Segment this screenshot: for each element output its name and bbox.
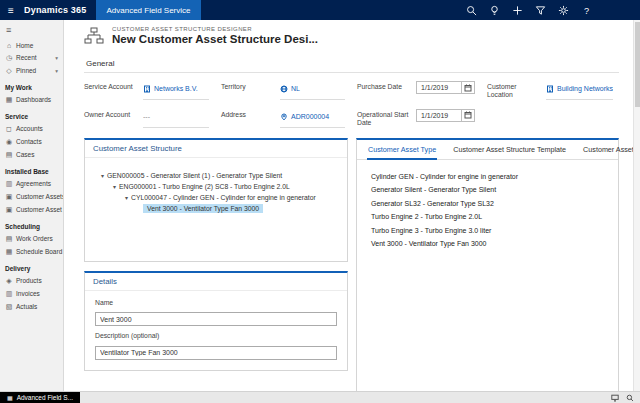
customer-asset-structures-icon: ▣ bbox=[5, 206, 13, 214]
grid-icon: ▦ bbox=[7, 394, 13, 401]
list-item[interactable]: Turbo Engine 2 - Turbo Engine 2.0L bbox=[371, 210, 604, 224]
sidebar-item-work-orders[interactable]: ▤ Work Orders bbox=[0, 232, 63, 245]
field-territory: Territory NL bbox=[221, 81, 357, 100]
monitor-icon[interactable] bbox=[611, 394, 619, 402]
sidebar-item-invoices[interactable]: ▥ Invoices bbox=[0, 287, 63, 300]
account-icon bbox=[143, 85, 151, 93]
sidebar-item-schedule-board[interactable]: ▦ Schedule Board bbox=[0, 245, 63, 258]
operational-start-date-input[interactable]: 1/1/2019 bbox=[416, 109, 475, 122]
application-window: ≡ Dynamics 365 Advanced Field Service ? bbox=[0, 0, 640, 403]
tree-node[interactable]: GEN000005 - Generator Silent (1) - Gener… bbox=[99, 170, 343, 181]
list-item[interactable]: Cylinder GEN - Cylinder for engine in ge… bbox=[371, 170, 604, 184]
svg-text:?: ? bbox=[584, 5, 589, 15]
field-owner-account: Owner Account --- bbox=[84, 109, 221, 128]
left-column: Customer Asset Structure GEN000005 - Gen… bbox=[84, 138, 348, 371]
scrollbar-thumb[interactable] bbox=[635, 22, 640, 107]
work-orders-icon: ▤ bbox=[5, 235, 13, 243]
topbar-icon-group: ? bbox=[466, 5, 640, 16]
sidebar-item-products[interactable]: ◈ Products bbox=[0, 274, 63, 287]
tab-general[interactable]: General bbox=[84, 59, 116, 72]
panel-title: Customer Asset Structure bbox=[85, 140, 347, 158]
details-panel: Details Name Description (optional) bbox=[84, 271, 348, 371]
name-field[interactable] bbox=[95, 312, 337, 326]
service-account-lookup[interactable]: Networks B.V. bbox=[143, 81, 209, 100]
app-name-button[interactable]: Advanced Field Service bbox=[96, 0, 200, 20]
sidebar-item-cases[interactable]: ▤ Cases bbox=[0, 148, 63, 161]
chevron-down-icon bbox=[55, 54, 58, 61]
lightbulb-icon[interactable] bbox=[489, 5, 500, 16]
sidebar-item-pinned[interactable]: ◇ Pinned bbox=[0, 64, 63, 77]
field-customer-location: Customer Location Building Networks bbox=[487, 81, 625, 100]
sidebar-item-recent[interactable]: ◷ Recent bbox=[0, 51, 63, 64]
list-item[interactable]: Generator Silent - Generator Type Silent bbox=[371, 183, 604, 197]
panel-tab-strip: Customer Asset Type Customer Asset Struc… bbox=[357, 140, 618, 160]
list-item[interactable]: Vent 3000 - Ventilator Type Fan 3000 bbox=[371, 237, 604, 251]
tab-customer-asset-type[interactable]: Customer Asset Type bbox=[367, 140, 437, 160]
sidebar-item-actuals[interactable]: ▧ Actuals bbox=[0, 300, 63, 313]
field-empty bbox=[487, 109, 625, 128]
sidebar-group-installed-base: Installed Base bbox=[0, 161, 63, 177]
gear-icon[interactable] bbox=[558, 5, 569, 16]
sidebar-item-agreements[interactable]: ▥ Agreements bbox=[0, 177, 63, 190]
sidebar-group-my-work: My Work bbox=[0, 77, 63, 93]
field-operational-start-date: Operational Start Date 1/1/2019 bbox=[357, 109, 487, 128]
main-content: CUSTOMER ASSET STRUCTURE DESIGNER New Cu… bbox=[64, 20, 633, 391]
sidebar-group-service: Service bbox=[0, 106, 63, 122]
sidebar-item-customer-asset-structures[interactable]: ▣ Customer Asset Struc... bbox=[0, 203, 63, 216]
asset-structure-tree: GEN000005 - Generator Silent (1) - Gener… bbox=[85, 158, 347, 261]
tab-customer-asset-structure-template[interactable]: Customer Asset Structure Template bbox=[452, 140, 567, 160]
asset-type-panel: Customer Asset Type Customer Asset Struc… bbox=[356, 138, 619, 403]
zoom-icon[interactable] bbox=[626, 394, 634, 402]
form-tab-strip: General bbox=[84, 52, 619, 73]
tree-node-selected[interactable]: Vent 3000 - Ventilator Type Fan 3000 bbox=[99, 203, 343, 214]
calendar-icon[interactable] bbox=[461, 81, 474, 94]
taskbar-app-button[interactable]: ▦ Advanced Field S... bbox=[0, 392, 80, 403]
tab-customer-assets[interactable]: Customer Assets bbox=[582, 140, 638, 160]
top-navigation-bar: ≡ Dynamics 365 Advanced Field Service ? bbox=[0, 0, 640, 20]
vertical-scrollbar[interactable] bbox=[633, 20, 640, 391]
customer-assets-icon: ▣ bbox=[5, 193, 13, 201]
panel-title: Details bbox=[85, 273, 347, 291]
status-bar: ▦ Advanced Field S... bbox=[0, 391, 640, 403]
recent-icon: ◷ bbox=[5, 54, 13, 62]
actuals-icon: ▧ bbox=[5, 303, 13, 311]
list-item[interactable]: Turbo Engine 3 - Turbo Engine 3.0 liter bbox=[371, 224, 604, 238]
sidebar-item-customer-assets[interactable]: ▣ Customer Assets bbox=[0, 190, 63, 203]
list-item[interactable]: Generator SL32 - Generator Type SL32 bbox=[371, 197, 604, 211]
sidebar-item-accounts[interactable]: ◻ Accounts bbox=[0, 122, 63, 135]
territory-lookup[interactable]: NL bbox=[280, 81, 345, 100]
customer-location-lookup[interactable]: Building Networks bbox=[546, 81, 613, 100]
tree-node[interactable]: CYL000047 - Cylinder GEN - Cylinder for … bbox=[99, 192, 343, 203]
sidebar-group-scheduling: Scheduling bbox=[0, 216, 63, 232]
help-icon[interactable]: ? bbox=[581, 5, 592, 16]
purchase-date-input[interactable]: 1/1/2019 bbox=[416, 81, 475, 94]
hamburger-menu-icon[interactable]: ≡ bbox=[0, 5, 22, 16]
statusbar-icon-group bbox=[611, 394, 640, 402]
tree-node[interactable]: ENG000001 - Turbo Engine (2) SC8 - Turbo… bbox=[99, 181, 343, 192]
agreements-icon: ▥ bbox=[5, 180, 13, 188]
entity-kicker: CUSTOMER ASSET STRUCTURE DESIGNER bbox=[112, 26, 318, 32]
sitemap-sidebar: ≡ ⌂ Home ◷ Recent ◇ Pinned My Work ▦ Das… bbox=[0, 20, 64, 391]
sidebar-item-home[interactable]: ⌂ Home bbox=[0, 39, 63, 51]
calendar-icon[interactable] bbox=[461, 109, 474, 122]
search-icon[interactable] bbox=[466, 5, 477, 16]
cases-icon: ▤ bbox=[5, 151, 13, 159]
plus-icon[interactable] bbox=[512, 5, 523, 16]
customer-asset-structure-panel: Customer Asset Structure GEN000005 - Gen… bbox=[84, 138, 348, 262]
field-address: Address ADR000004 bbox=[221, 109, 357, 128]
description-field[interactable] bbox=[95, 346, 337, 360]
address-lookup[interactable]: ADR000004 bbox=[280, 109, 345, 128]
sidebar-item-dashboards[interactable]: ▦ Dashboards bbox=[0, 93, 63, 106]
page-header: CUSTOMER ASSET STRUCTURE DESIGNER New Cu… bbox=[84, 26, 633, 45]
pinned-icon: ◇ bbox=[5, 67, 13, 75]
brand-logo: Dynamics 365 bbox=[22, 5, 96, 15]
filter-icon[interactable] bbox=[535, 5, 546, 16]
sidebar-hamburger-icon[interactable]: ≡ bbox=[0, 22, 63, 39]
sidebar-item-contacts[interactable]: ◉ Contacts bbox=[0, 135, 63, 148]
map-pin-icon bbox=[280, 113, 288, 121]
field-purchase-date: Purchase Date 1/1/2019 bbox=[357, 81, 487, 100]
page-title: New Customer Asset Structure Desi... bbox=[112, 33, 318, 45]
name-label: Name bbox=[95, 299, 337, 306]
invoices-icon: ▥ bbox=[5, 290, 13, 298]
owner-account-lookup[interactable]: --- bbox=[143, 109, 209, 128]
